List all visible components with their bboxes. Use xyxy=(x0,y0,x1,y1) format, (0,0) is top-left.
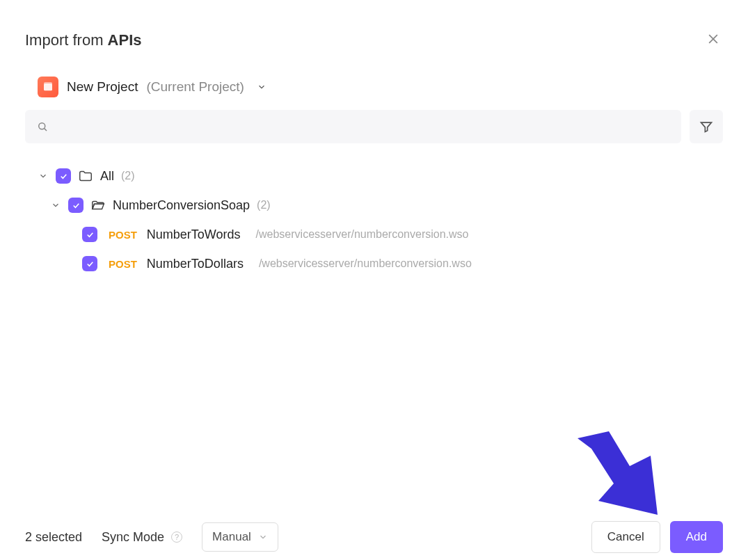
chevron-down-icon xyxy=(257,82,266,92)
sync-mode-select[interactable]: Manual xyxy=(202,522,278,552)
search-icon xyxy=(36,120,49,133)
tree-group-row[interactable]: NumberConversionSoap (2) xyxy=(25,191,723,220)
folder-icon xyxy=(78,168,93,184)
tree-root-count: (2) xyxy=(121,170,135,182)
title-prefix: Import from xyxy=(25,31,108,49)
project-icon xyxy=(38,77,58,97)
method-badge: POST xyxy=(109,258,137,270)
selected-count: 2 selected xyxy=(25,530,82,545)
filter-icon xyxy=(699,120,713,134)
title-bold: APIs xyxy=(108,31,142,49)
folder-open-icon xyxy=(90,198,106,213)
api-tree: All (2) NumberConversionSoap (2) POST Nu… xyxy=(0,156,748,278)
checkbox-group[interactable] xyxy=(68,198,83,213)
checkbox-item[interactable] xyxy=(82,227,97,242)
help-icon[interactable]: ? xyxy=(171,531,182,543)
api-name: NumberToDollars xyxy=(147,257,244,271)
svg-point-4 xyxy=(39,123,45,129)
chevron-down-icon[interactable] xyxy=(50,200,61,211)
filter-button[interactable] xyxy=(690,110,723,143)
search-input[interactable] xyxy=(25,110,681,143)
cancel-button[interactable]: Cancel xyxy=(591,521,660,553)
dialog-title: Import from APIs xyxy=(25,31,142,49)
checkbox-all[interactable] xyxy=(56,168,71,184)
sync-mode-label: Sync Mode xyxy=(102,530,164,545)
close-icon[interactable] xyxy=(703,28,723,53)
arrow-annotation-icon xyxy=(571,431,668,529)
tree-root-label: All xyxy=(100,169,114,184)
checkbox-item[interactable] xyxy=(82,256,97,271)
project-selector[interactable]: New Project(Current Project) xyxy=(0,67,748,107)
tree-group-count: (2) xyxy=(257,199,271,211)
api-path: /webservicesserver/numberconversion.wso xyxy=(256,228,469,241)
tree-item-row[interactable]: POST NumberToDollars /webservicesserver/… xyxy=(25,249,723,278)
sync-mode-value: Manual xyxy=(212,530,251,544)
svg-marker-6 xyxy=(701,122,712,131)
project-name: New Project xyxy=(67,79,138,95)
project-current-suffix: (Current Project) xyxy=(146,79,244,95)
chevron-down-icon xyxy=(258,532,268,542)
add-button[interactable]: Add xyxy=(670,521,723,553)
tree-root-row[interactable]: All (2) xyxy=(25,161,723,191)
api-path: /webservicesserver/numberconversion.wso xyxy=(259,257,472,270)
tree-group-label: NumberConversionSoap xyxy=(113,198,250,213)
svg-rect-3 xyxy=(44,82,52,85)
method-badge: POST xyxy=(109,229,137,241)
svg-line-5 xyxy=(45,129,47,131)
svg-marker-7 xyxy=(578,431,658,515)
api-name: NumberToWords xyxy=(147,227,241,242)
tree-item-row[interactable]: POST NumberToWords /webservicesserver/nu… xyxy=(25,220,723,249)
chevron-down-icon[interactable] xyxy=(38,170,49,182)
